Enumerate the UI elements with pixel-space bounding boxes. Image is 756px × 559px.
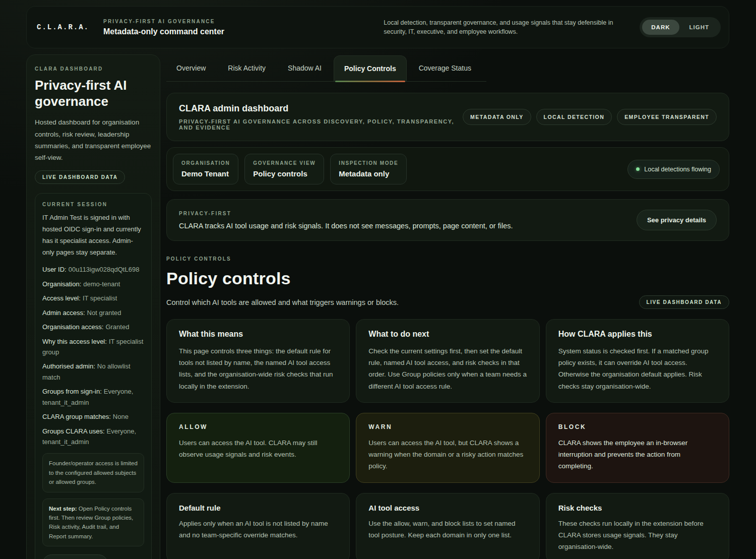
context-label: GOVERNANCE VIEW [253,160,316,166]
card-body: These checks run locally in the extensio… [558,518,717,553]
context-inspection-mode: INSPECTION MODE Metadata only [330,154,407,184]
context-governance-view: GOVERNANCE VIEW Policy controls [244,154,324,184]
privacy-text: CLARA tracks AI tool usage and risk sign… [179,222,513,230]
card-body: This page controls three things: the def… [179,345,337,392]
session-field: Why this access level:IT specialist grou… [42,336,144,358]
card-title: What to do next [368,330,527,339]
page: C.L.A.R.A. PRIVACY-FIRST AI GOVERNANCE M… [0,0,756,559]
brand-kicker: PRIVACY-FIRST AI GOVERNANCE [103,19,224,24]
field-value: demo-tenant [83,280,120,288]
mode-title: BLOCK [558,423,717,430]
current-session-card: CURRENT SESSION IT Admin Test is signed … [35,193,152,559]
open-overview-button[interactable]: Open overview [42,554,108,559]
card-body: Use the allow, warn, and block lists to … [368,518,527,541]
app-title: Metadata-only command center [103,27,224,36]
detail-card-default-rule: Default rule Applies only when an AI too… [166,493,350,559]
field-value: IT specialist [83,294,117,302]
brand-block: PRIVACY-FIRST AI GOVERNANCE Metadata-onl… [103,19,224,36]
live-data-badge: LIVE DASHBOARD DATA [639,295,729,309]
founder-access-note: Founder/operator access is limited to th… [42,453,144,492]
mode-title: ALLOW [179,423,337,430]
top-bar: C.L.A.R.A. PRIVACY-FIRST AI GOVERNANCE M… [26,6,729,48]
next-step-note: Next step: Open Policy controls first. T… [42,499,144,547]
mode-card-block: BLOCK CLARA shows the employee an in-bro… [546,413,729,483]
session-field: Groups from sign-in:Everyone, tenant_it_… [42,386,144,408]
capability-badges: METADATA ONLY LOCAL DETECTION EMPLOYEE T… [463,109,717,125]
info-card-how-clara-applies: How CLARA applies this System status is … [546,319,729,403]
card-title: AI tool access [368,504,527,512]
tab-overview[interactable]: Overview [166,55,216,81]
card-title: Risk checks [558,504,717,512]
session-field: Organisation:demo-tenant [42,279,144,289]
sidebar-title: Privacy-first AI governance [35,78,152,109]
next-step-label: Next step: [49,506,77,512]
context-organisation: ORGANISATION Demo Tenant [173,154,238,184]
theme-toggle: DARK LIGHT [640,17,721,37]
field-label: CLARA group matches: [42,413,111,420]
session-field: Groups CLARA uses:Everyone, tenant_it_ad… [42,426,144,448]
admin-dashboard-header: CLARA admin dashboard PRIVACY-FIRST AI G… [166,93,729,141]
mode-body: Users can access the AI tool, but CLARA … [368,437,527,472]
badge-employee-transparent: EMPLOYEE TRANSPARENT [617,109,717,125]
sidebar-kicker: CLARA DASHBOARD [35,66,152,72]
mode-body: CLARA shows the employee an in-browser i… [558,437,717,472]
context-bar: ORGANISATION Demo Tenant GOVERNANCE VIEW… [166,147,729,191]
info-cards-row: What this means This page controls three… [166,319,729,403]
privacy-banner: PRIVACY-FIRST CLARA tracks AI tool usage… [166,199,729,241]
detail-card-ai-tool-access: AI tool access Use the allow, warn, and … [356,493,539,559]
page-title: CLARA admin dashboard [179,103,455,114]
context-label: INSPECTION MODE [339,160,398,166]
tab-bar: Overview Risk Activity Shadow AI Policy … [166,55,486,82]
theme-light-button[interactable]: LIGHT [680,20,719,35]
field-value: 00u113igw028qdQtL698 [69,266,140,273]
badge-local-detection: LOCAL DETECTION [536,109,612,125]
theme-dark-button[interactable]: DARK [642,20,679,35]
status-dot-icon [636,167,640,171]
field-label: Access level: [42,294,81,302]
page-subtitle: PRIVACY-FIRST AI GOVERNANCE ACROSS DISCO… [179,118,455,131]
tagline: Local detection, transparent governance,… [384,18,625,36]
tab-coverage-status[interactable]: Coverage Status [409,55,481,81]
sidebar-buttons: Open overview Sign out Refresh status [42,554,144,559]
field-value: None [113,413,129,420]
session-field: Access level:IT specialist [42,293,144,303]
mode-body: Users can access the AI tool. CLARA may … [179,437,337,460]
tab-risk-activity[interactable]: Risk Activity [218,55,276,81]
session-field: Authorised admin:No allowlist match [42,361,144,383]
privacy-text-block: PRIVACY-FIRST CLARA tracks AI tool usage… [179,211,513,230]
context-value: Policy controls [253,169,316,178]
badge-metadata-only: METADATA ONLY [463,109,531,125]
field-label: Organisation: [42,280,81,288]
field-value: Granted [105,323,129,331]
card-body: System status is checked first. If a mat… [558,345,717,392]
policy-controls-section-header: POLICY CONTROLS Policy controls Control … [166,256,729,309]
field-label: Organisation access: [42,323,103,331]
card-body: Check the current settings first, then s… [368,345,527,392]
tab-shadow-ai[interactable]: Shadow AI [278,55,332,81]
info-card-what-this-means: What this means This page controls three… [166,319,350,403]
info-card-what-to-do-next: What to do next Check the current settin… [356,319,539,403]
card-title: Default rule [179,504,337,512]
tab-policy-controls[interactable]: Policy Controls [334,55,407,81]
field-label: Why this access level: [42,338,107,345]
mode-title: WARN [368,423,527,430]
clara-logo: C.L.A.R.A. [37,23,89,31]
session-field: CLARA group matches:None [42,411,144,422]
card-body: Applies only when an AI tool is not list… [179,518,337,541]
field-label: Admin access: [42,309,85,317]
mode-card-allow: ALLOW Users can access the AI tool. CLAR… [166,413,350,483]
session-field: Organisation access:Granted [42,322,144,332]
sidebar: CLARA DASHBOARD Privacy-first AI governa… [26,54,160,559]
main-content: Overview Risk Activity Shadow AI Policy … [166,54,729,559]
sidebar-description: Hosted dashboard for organisation contro… [35,116,152,163]
detail-cards-row: Default rule Applies only when an AI too… [166,493,729,559]
see-privacy-details-button[interactable]: See privacy details [637,210,717,230]
privacy-kicker: PRIVACY-FIRST [179,211,513,216]
mode-card-warn: WARN Users can access the AI tool, but C… [356,413,539,483]
session-summary: IT Admin Test is signed in with hosted O… [42,212,144,258]
card-title: How CLARA applies this [558,330,717,339]
field-label: Groups from sign-in: [42,388,102,395]
field-label: Authorised admin: [42,362,95,370]
section-title: Policy controls [166,269,729,288]
session-kicker: CURRENT SESSION [42,202,144,207]
